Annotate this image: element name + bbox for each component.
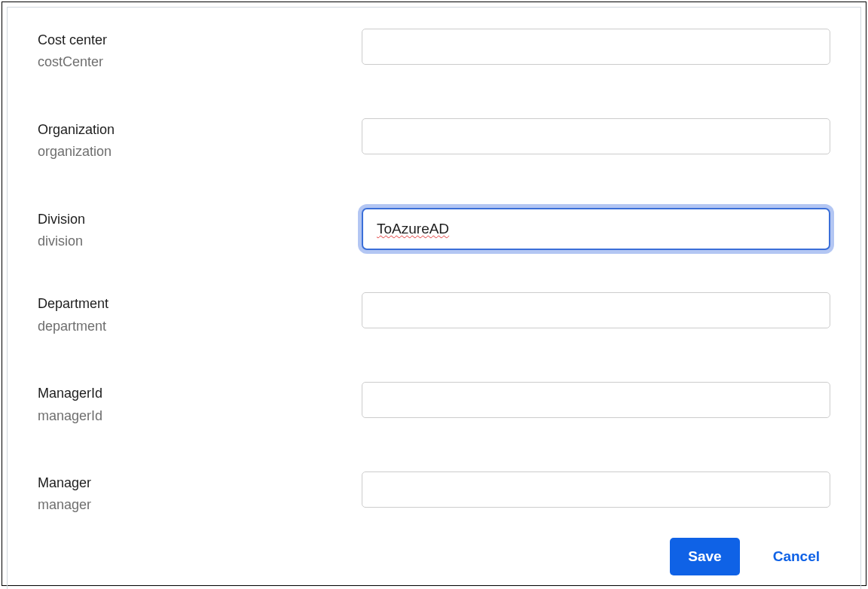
outer-frame: Cost center costCenter Organization orga… — [2, 2, 866, 586]
input-col — [362, 292, 830, 328]
field-row-division: Division division ToAzureAD — [38, 208, 830, 251]
label-col: Division division — [38, 208, 362, 251]
field-sublabel: managerId — [38, 407, 362, 425]
input-col — [362, 472, 830, 508]
field-sublabel: manager — [38, 496, 362, 514]
form-panel: Cost center costCenter Organization orga… — [7, 7, 861, 589]
label-col: Manager manager — [38, 472, 362, 514]
label-col: ManagerId managerId — [38, 382, 362, 425]
field-sublabel: costCenter — [38, 53, 362, 71]
field-label: Cost center — [38, 32, 362, 49]
manager-input[interactable] — [362, 472, 830, 508]
input-col — [362, 29, 830, 65]
field-sublabel: department — [38, 318, 362, 335]
field-sublabel: organization — [38, 143, 362, 160]
field-label: ManagerId — [38, 385, 362, 402]
field-label: Department — [38, 295, 362, 313]
manager-id-input[interactable] — [362, 382, 830, 418]
field-row-organization: Organization organization — [38, 118, 830, 161]
field-row-manager: Manager manager — [38, 472, 830, 514]
input-col: ToAzureAD — [362, 208, 830, 250]
division-input[interactable]: ToAzureAD — [362, 208, 830, 250]
save-button[interactable]: Save — [670, 538, 739, 575]
field-row-manager-id: ManagerId managerId — [38, 382, 830, 425]
field-row-cost-center: Cost center costCenter — [38, 29, 830, 72]
field-label: Manager — [38, 475, 362, 492]
input-value-text: ToAzureAD — [377, 221, 449, 237]
label-col: Cost center costCenter — [38, 29, 362, 72]
input-col — [362, 382, 830, 418]
field-sublabel: division — [38, 233, 362, 250]
field-label: Division — [38, 211, 362, 228]
label-col: Department department — [38, 292, 362, 335]
button-row: Save Cancel — [670, 538, 823, 575]
input-col — [362, 118, 830, 154]
label-col: Organization organization — [38, 118, 362, 161]
cost-center-input[interactable] — [362, 29, 830, 65]
field-row-department: Department department — [38, 292, 830, 335]
department-input[interactable] — [362, 292, 830, 328]
cancel-button[interactable]: Cancel — [770, 538, 823, 575]
field-label: Organization — [38, 121, 362, 139]
organization-input[interactable] — [362, 118, 830, 154]
